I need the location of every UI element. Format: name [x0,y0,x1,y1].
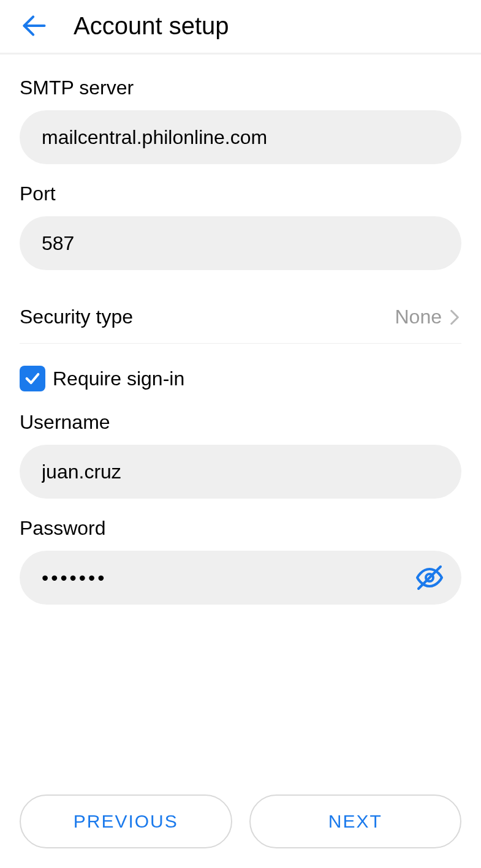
require-signin-checkbox[interactable] [20,366,45,391]
smtp-server-input[interactable] [20,110,461,164]
port-input[interactable] [20,216,461,270]
footer: PREVIOUS NEXT [0,794,481,848]
port-label: Port [20,183,461,205]
chevron-right-icon [448,309,461,326]
smtp-server-label: SMTP server [20,77,461,99]
security-type-label: Security type [20,306,133,328]
back-arrow-icon [21,12,48,39]
back-button[interactable] [17,9,51,43]
password-label: Password [20,517,461,540]
security-type-value: None [395,306,442,328]
password-input-wrapper [20,551,461,605]
username-input[interactable] [20,445,461,499]
header: Account setup [0,0,481,55]
require-signin-label: Require sign-in [53,368,184,390]
security-type-value-wrap: None [395,306,462,328]
form-content: SMTP server Port Security type None Requ… [0,55,481,605]
password-input[interactable] [20,551,461,605]
require-signin-row: Require sign-in [20,366,461,391]
toggle-password-visibility-button[interactable] [415,563,444,592]
eye-off-icon [415,563,444,592]
next-button[interactable]: NEXT [249,794,462,848]
check-icon [24,370,41,387]
page-title: Account setup [74,12,229,40]
security-type-row[interactable]: Security type None [20,291,461,344]
username-label: Username [20,411,461,434]
previous-button[interactable]: PREVIOUS [20,794,232,848]
